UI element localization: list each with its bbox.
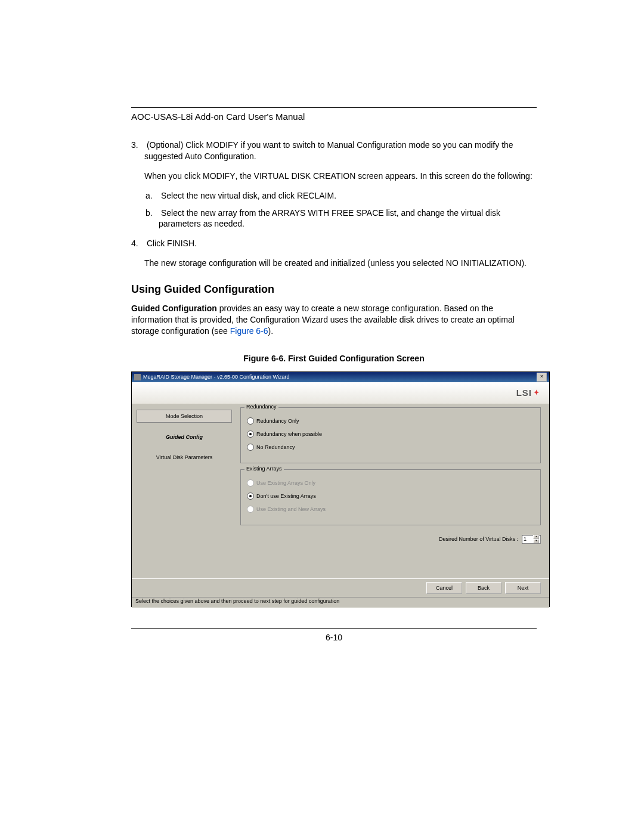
desired-vd-row: Desired Number of Virtual Disks : 1 ▴▾ — [240, 531, 541, 547]
radio-label: No Redundancy — [256, 444, 295, 450]
text: . — [334, 191, 336, 200]
banner: LSI ✦ — [132, 382, 549, 404]
spin-value: 1 — [524, 536, 527, 542]
back-button[interactable]: Back — [466, 582, 501, 594]
text: C — [311, 171, 319, 181]
smallcaps: NITIALIZATION — [463, 258, 522, 268]
sub-step-list: a. Select the new virtual disk, and clic… — [144, 190, 537, 230]
radio-label: Use Existing and New Arrays — [256, 506, 326, 512]
text: When you click M — [144, 171, 210, 181]
smallcaps: ISK — [298, 171, 311, 181]
smallcaps: PACE — [362, 208, 384, 218]
redundancy-fieldset: Redundancy Redundancy Only Redundancy wh… — [240, 407, 541, 463]
sub-step-b: b. Select the new array from the ARRAYS … — [159, 208, 537, 230]
text: ). — [268, 326, 274, 336]
button-bar: Cancel Back Next — [132, 578, 549, 597]
step-3: 3. (Optional) Click MODIFY if you want t… — [144, 140, 537, 230]
footer-rule — [131, 628, 537, 629]
logo-text: LSI — [516, 388, 532, 398]
radio-icon — [247, 493, 254, 500]
text: screen appears. In this screen do the fo… — [355, 171, 532, 181]
radio-icon — [247, 479, 254, 487]
sub-letter: b. — [145, 208, 159, 219]
step-4: 4. Click FINISH. The new storage configu… — [144, 238, 537, 269]
step-mode-selection[interactable]: Mode Selection — [137, 410, 232, 423]
text: S — [354, 208, 361, 218]
step-number: 3. — [131, 140, 144, 151]
wizard-screenshot: MegaRAID Storage Manager - v2.65-00 Conf… — [131, 371, 550, 607]
smallcaps: ODIFY — [210, 171, 236, 181]
text: , the V — [235, 171, 259, 181]
text: The new storage configuration will be cr… — [144, 258, 452, 268]
cancel-button[interactable]: Cancel — [426, 582, 462, 594]
arrays-legend: Existing Arrays — [244, 466, 284, 472]
sub-letter: a. — [145, 190, 159, 202]
close-button[interactable]: × — [537, 373, 547, 382]
radio-use-existing-new: Use Existing and New Arrays — [247, 506, 534, 513]
text: Select the new virtual disk, and click R — [161, 191, 303, 200]
smallcaps: REE — [337, 208, 354, 218]
figure-caption: Figure 6-6. First Guided Configuration S… — [131, 354, 537, 363]
radio-label: Redundancy when possible — [256, 431, 322, 437]
step-number: 4. — [131, 238, 144, 249]
redundancy-legend: Redundancy — [244, 404, 278, 410]
status-bar: Select the choices given above and then … — [132, 597, 549, 608]
smallcaps: RRAYS WITH — [277, 208, 329, 218]
page-number: 6-10 — [131, 633, 537, 642]
smallcaps: O — [452, 258, 459, 268]
spin-buttons[interactable]: ▴▾ — [533, 535, 539, 543]
titlebar: MegaRAID Storage Manager - v2.65-00 Conf… — [132, 372, 549, 382]
radio-no-redundancy[interactable]: No Redundancy — [247, 444, 534, 451]
desired-spinbox[interactable]: 1 ▴▾ — [522, 535, 541, 544]
text: ). — [521, 258, 527, 268]
radio-icon — [247, 417, 254, 425]
window-title: MegaRAID Storage Manager - v2.65-00 Conf… — [143, 374, 290, 380]
radio-redundancy-only[interactable]: Redundancy Only — [247, 417, 534, 425]
smallcaps: ODIFY — [213, 140, 239, 150]
sub-step-a: a. Select the new virtual disk, and clic… — [159, 190, 537, 202]
app-icon — [134, 374, 141, 380]
doc-title: AOC-USAS-L8i Add-on Card User's Manual — [131, 112, 537, 122]
text: Select the new array from the A — [161, 208, 277, 218]
desired-label: Desired Number of Virtual Disks : — [439, 536, 518, 542]
radio-label: Don't use Existing Arrays — [256, 493, 316, 499]
radio-redundancy-possible[interactable]: Redundancy when possible — [247, 431, 534, 438]
text: Click F — [147, 239, 172, 248]
text: I — [459, 258, 463, 268]
figure-link[interactable]: Figure 6-6 — [230, 326, 268, 336]
radio-icon — [247, 506, 254, 513]
wizard-steps: Mode Selection Guided Config Virtual Dis… — [132, 404, 237, 578]
radio-dont-use-existing[interactable]: Don't use Existing Arrays — [247, 493, 534, 500]
step-list: 3. (Optional) Click MODIFY if you want t… — [131, 140, 537, 269]
wizard-content: Redundancy Redundancy Only Redundancy wh… — [237, 404, 549, 578]
text: . — [194, 239, 197, 248]
lsi-logo: LSI ✦ — [516, 388, 540, 398]
section-title: Using Guided Configuration — [131, 283, 537, 296]
bold-text: Guided Configuration — [131, 304, 217, 313]
section-paragraph: Guided Configuration provides an easy wa… — [131, 303, 537, 337]
text: (Optional) Click M — [147, 140, 213, 150]
smallcaps: INISH — [172, 239, 194, 248]
manual-page: AOC-USAS-L8i Add-on Card User's Manual 3… — [0, 0, 644, 833]
text: D — [289, 171, 298, 181]
smallcaps: REATION — [319, 171, 355, 181]
radio-use-existing-only: Use Existing Arrays Only — [247, 479, 534, 487]
radio-icon — [247, 444, 254, 451]
radio-label: Use Existing Arrays Only — [256, 480, 315, 486]
header-rule — [131, 107, 537, 108]
arrays-fieldset: Existing Arrays Use Existing Arrays Only… — [240, 469, 541, 525]
smallcaps: ECLAIM — [303, 191, 334, 200]
radio-icon — [247, 431, 254, 438]
step-guided-config: Guided Config — [137, 431, 232, 443]
step-vdp: Virtual Disk Parameters — [137, 451, 232, 463]
logo-star-icon: ✦ — [534, 389, 540, 397]
next-button[interactable]: Next — [505, 582, 541, 594]
smallcaps: IRTUAL — [259, 171, 289, 181]
wizard-body: Mode Selection Guided Config Virtual Dis… — [132, 404, 549, 578]
text: F — [329, 208, 336, 218]
radio-label: Redundancy Only — [256, 418, 299, 424]
